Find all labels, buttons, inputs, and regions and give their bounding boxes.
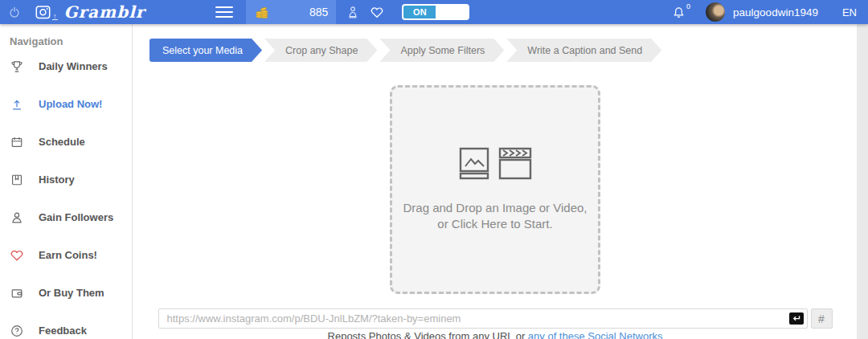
sidebar-item-label: Schedule — [39, 136, 85, 148]
coin-balance-panel[interactable]: 885 — [246, 0, 336, 24]
sidebar-item-gain-followers[interactable]: Gain Followers — [0, 198, 132, 236]
sidebar-item-daily-winners[interactable]: Daily Winners — [0, 47, 132, 85]
sidebar-item-label: Daily Winners — [39, 60, 108, 72]
upload-arrow-glyph: ↑ — [52, 13, 58, 20]
notification-count: 0 — [686, 2, 690, 10]
heart-icon[interactable] — [370, 6, 384, 18]
social-networks-link[interactable]: any of these Social Networks — [528, 330, 663, 339]
wallet-icon — [10, 286, 27, 300]
coins-icon — [254, 4, 270, 20]
scrollbar-track[interactable] — [857, 24, 868, 339]
history-icon — [10, 173, 27, 187]
step-label: Apply Some Filters — [400, 45, 485, 56]
sidebar-title: Navigation — [0, 24, 132, 47]
hashtag-button[interactable]: # — [811, 308, 833, 329]
video-clapper-icon — [497, 147, 533, 181]
sidebar-item-label: Feedback — [39, 325, 87, 337]
sidebar-item-earn-coins[interactable]: Earn Coins! — [0, 236, 132, 274]
step-apply-filters[interactable]: Apply Some Filters — [379, 39, 504, 62]
repost-note-text: Reposts Photos & Videos from any URL or — [328, 330, 528, 339]
step-label: Crop any Shape — [285, 45, 358, 56]
media-dropzone[interactable]: Drag and Drop an Image or Video, or Clic… — [390, 85, 600, 294]
url-input[interactable] — [158, 308, 808, 329]
image-icon — [458, 147, 492, 181]
upload-icon — [10, 97, 27, 112]
rank-icon[interactable] — [347, 6, 358, 18]
dropzone-text: Drag and Drop an Image or Video, or Clic… — [403, 200, 587, 233]
app-logo[interactable]: Gramblr — [64, 2, 145, 22]
toggle-knob — [436, 6, 468, 18]
sidebar-item-upload-now[interactable]: Upload Now! — [0, 85, 132, 123]
sidebar-item-feedback[interactable]: Feedback — [0, 312, 132, 339]
instagram-icon[interactable]: ↑ — [35, 4, 58, 20]
enter-key-icon[interactable] — [789, 312, 804, 325]
sidebar-item-schedule[interactable]: Schedule — [0, 123, 132, 161]
url-bar: # — [133, 308, 857, 329]
dropzone-line1: Drag and Drop an Image or Video, — [403, 200, 587, 216]
sidebar-item-label: Or Buy Them — [39, 287, 104, 299]
repost-note: Reposts Photos & Videos from any URL or … — [133, 330, 857, 339]
heart-icon — [10, 248, 27, 262]
sidebar-item-label: Earn Coins! — [39, 249, 97, 261]
coin-count: 885 — [309, 6, 328, 18]
step-label: Select your Media — [162, 45, 243, 56]
dropzone-icons — [458, 147, 533, 181]
sidebar-item-history[interactable]: History — [0, 161, 132, 198]
question-icon — [10, 324, 27, 338]
sidebar-item-label: History — [39, 174, 75, 186]
bell-icon[interactable]: 0 — [673, 6, 685, 19]
trophy-icon — [10, 59, 27, 74]
sidebar-item-label: Upload Now! — [39, 98, 102, 110]
dropzone-line2: or Click Here to Start. — [403, 216, 587, 232]
toggle-on-label: ON — [403, 6, 436, 18]
main-content: Select your Media Crop any Shape Apply S… — [133, 24, 857, 339]
hamburger-icon[interactable] — [215, 3, 233, 21]
calendar-icon — [10, 135, 27, 149]
on-off-toggle[interactable]: ON — [402, 4, 469, 20]
step-label: Write a Caption and Send — [527, 45, 642, 56]
step-caption-send[interactable]: Write a Caption and Send — [506, 39, 661, 62]
person-icon — [10, 210, 27, 225]
wizard-steps: Select your Media Crop any Shape Apply S… — [149, 39, 664, 62]
sidebar-item-label: Gain Followers — [39, 211, 113, 223]
username[interactable]: paulgoodwin1949 — [733, 6, 818, 18]
sidebar: Navigation Daily Winners Upload Now! Sch… — [0, 24, 133, 339]
step-crop-shape[interactable]: Crop any Shape — [264, 39, 377, 62]
avatar[interactable] — [706, 2, 725, 22]
step-select-media[interactable]: Select your Media — [149, 39, 262, 62]
language-selector[interactable]: EN — [842, 6, 857, 18]
power-icon[interactable] — [8, 6, 21, 18]
top-bar: ↑ Gramblr 885 ON — [0, 0, 868, 24]
sidebar-item-or-buy-them[interactable]: Or Buy Them — [0, 274, 132, 312]
